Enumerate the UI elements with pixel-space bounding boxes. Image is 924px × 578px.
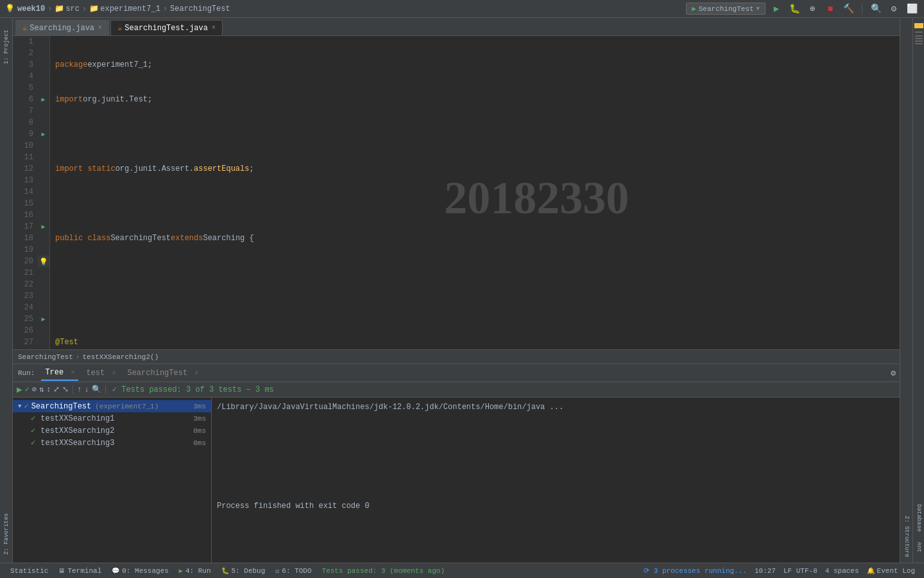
structure-tab[interactable]: 2: Structure (902, 511, 911, 563)
breadcrumb-sep: › (76, 353, 80, 361)
tab-searching-java[interactable]: ☕ Searching.java × (15, 20, 109, 35)
breadcrumb-folder-icon-2: 📁 (89, 4, 99, 13)
test-tab-close[interactable]: × (112, 370, 116, 377)
ant-tab-label[interactable]: Ant (914, 537, 923, 557)
run-sort2-button[interactable]: ↕ (46, 385, 51, 394)
right-line-5 (915, 43, 923, 44)
build-button[interactable]: 🔨 (841, 2, 855, 16)
run-tabs-bar: Run: Tree × test × SearchingTest × ⚙ — (13, 364, 912, 382)
messages-icon: 💬 (112, 567, 119, 575)
coverage-button[interactable]: ⊕ (805, 2, 819, 16)
searchingtest-tab-close[interactable]: × (194, 370, 198, 377)
messages-btn[interactable]: 💬 0: Messages (107, 567, 174, 575)
debug-button[interactable]: 🐛 (787, 2, 801, 16)
code-line-4: import static org.junit.Assert.assertEqu… (55, 163, 907, 175)
editor-area: ☕ Searching.java × ☕ SearchingTest.java … (13, 18, 912, 563)
right-line-4 (915, 40, 923, 42)
run-config-dropdown[interactable]: ▶ SearchingTest ▼ (686, 3, 766, 15)
run-pass-button[interactable]: ✓ (24, 385, 29, 394)
run-gutter-6[interactable]: ▶ (41, 96, 45, 103)
tree-test1-duration: 3ms (193, 415, 206, 423)
run-panel-settings[interactable]: ⚙ (891, 368, 896, 378)
tree-tab-close[interactable]: × (71, 369, 74, 376)
run-button[interactable]: ▶ (769, 2, 783, 16)
bulb-gutter-20[interactable]: 💡 (39, 258, 48, 266)
tree-tab[interactable]: Tree × (41, 365, 78, 381)
right-line-3 (915, 38, 923, 39)
run-tree-test1[interactable]: ✓ testXXSearching1 3ms (13, 412, 211, 425)
right-marker-yellow (914, 23, 923, 28)
run-expand-button[interactable]: ⤢ (53, 385, 60, 394)
run-skip-button[interactable]: ⊘ (32, 385, 37, 394)
run-tree-root[interactable]: ▼ ✓ SearchingTest (experiment7_1) 3ms (13, 400, 211, 412)
statistic-btn[interactable]: Statistic (5, 567, 53, 575)
tree-root-label: SearchingTest (31, 402, 92, 411)
tree-chevron-down: ▼ (18, 403, 21, 410)
tree-test2-duration: 0ms (193, 427, 206, 435)
run-config-chevron: ▼ (757, 6, 760, 12)
topbar: 💡 week10 › 📁 src › 📁 experiment7_1 › Sea… (0, 0, 924, 18)
breadcrumb-bar: SearchingTest › testXXSearching2() (13, 349, 912, 363)
run-tree-test3[interactable]: ✓ testXXSearching3 0ms (13, 437, 211, 449)
breadcrumb-searchingtest[interactable]: SearchingTest (18, 353, 73, 361)
tree-test3-pass-icon: ✓ (31, 438, 35, 448)
run-tree[interactable]: ▼ ✓ SearchingTest (experiment7_1) 3ms ✓ … (13, 398, 212, 563)
tab-searching-java-close[interactable]: × (98, 24, 102, 31)
run-config-icon: ▶ (692, 4, 696, 13)
run-down-button[interactable]: ↓ (85, 385, 89, 394)
run-up-button[interactable]: ↑ (77, 385, 81, 394)
right-line-1 (915, 31, 923, 33)
debug-icon: 🐛 (221, 567, 229, 575)
processes-status[interactable]: ⟳ 3 processes running... (640, 566, 751, 575)
run-gutter-25[interactable]: ▶ (41, 315, 45, 323)
run-tree-test2[interactable]: ✓ testXXSearching2 0ms (13, 425, 211, 437)
output-finish-line: Process finished with exit code 0 (217, 502, 894, 511)
maximize-button[interactable]: ⬜ (905, 2, 919, 16)
run-search-button[interactable]: 🔍 (92, 385, 101, 394)
tab-searchingtest-java-close[interactable]: × (212, 24, 216, 31)
terminal-btn[interactable]: 🖥 Terminal (53, 567, 107, 575)
stop-button[interactable]: ■ (823, 2, 837, 16)
tab-searchingtest-java[interactable]: ☕ SearchingTest.java × (110, 20, 223, 35)
far-left-sidebar: 1: Project 2: Favorites (0, 18, 13, 563)
run-content: ▼ ✓ SearchingTest (experiment7_1) 3ms ✓ … (13, 398, 912, 563)
tab-searching-java-icon: ☕ (22, 23, 27, 33)
project-panel-tab[interactable]: 1: Project (2, 24, 11, 69)
code-line-7 (55, 267, 907, 279)
event-log-btn[interactable]: 🔔 Event Log (863, 567, 919, 575)
run-sort-button[interactable]: ⇅ (39, 385, 44, 394)
run-config-label: SearchingTest (699, 5, 754, 13)
tree-test2-label: testXXSearching2 (40, 426, 114, 435)
tree-root-pass-icon: ✓ (24, 401, 28, 411)
tree-root-pkg: (experiment7_1) (95, 403, 158, 410)
line-numbers: 12345 678910 1112131415 1617181920 21222… (13, 36, 37, 349)
breadcrumb-src[interactable]: src (65, 4, 80, 13)
right-line-2 (915, 35, 923, 37)
searchingtest-tab[interactable]: SearchingTest × (123, 366, 202, 380)
breadcrumb-method[interactable]: testXXSearching2() (82, 353, 158, 361)
terminal-icon: 🖥 (58, 567, 65, 575)
code-editor[interactable]: 20182330 12345 678910 1112131415 1617181… (13, 36, 912, 349)
run-gutter-17[interactable]: ▶ (41, 223, 45, 231)
run-collapse-button[interactable]: ⤡ (62, 385, 69, 394)
debug-btn[interactable]: 🐛 5: Debug (216, 567, 271, 575)
main-layout: 1: Project 2: Favorites ☕ Searching.java… (0, 18, 924, 563)
run-output: /Library/Java/JavaVirtualMachines/jdk-12… (212, 398, 900, 563)
todo-btn[interactable]: ☑ 6: TODO (270, 567, 316, 575)
favorites-panel-tab[interactable]: 2: Favorites (2, 508, 11, 560)
breadcrumb-exp[interactable]: experiment7_1 (100, 4, 160, 13)
code-content[interactable]: package experiment7_1; import org.junit.… (50, 36, 912, 349)
run-label: Run: (18, 369, 35, 377)
test-tab[interactable]: test × (82, 366, 119, 380)
tree-test3-label: testXXSearching3 (40, 439, 114, 448)
db-tab-label[interactable]: Database (914, 499, 923, 537)
breadcrumb-file[interactable]: SearchingTest (170, 4, 230, 13)
spaces-display[interactable]: 4 spaces (821, 567, 863, 575)
settings-button[interactable]: ⚙ (887, 2, 901, 16)
run-btn[interactable]: ▶ 4: Run (174, 567, 216, 575)
run-gutter-9[interactable]: ▶ (41, 130, 45, 138)
search-button[interactable]: 🔍 (869, 2, 883, 16)
run-all-button[interactable]: ▶ (17, 384, 22, 395)
breadcrumb-sep-3: › (163, 4, 167, 13)
code-line-9: @Test (55, 337, 907, 348)
